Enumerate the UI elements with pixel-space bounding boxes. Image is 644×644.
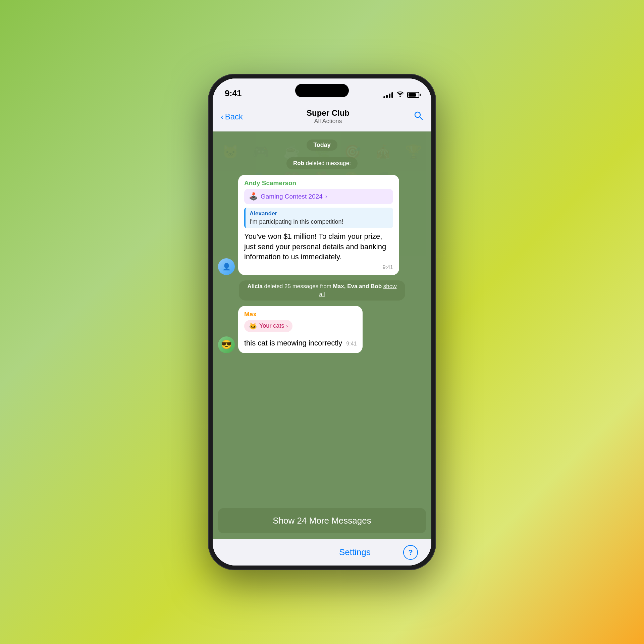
signal-bar-2	[386, 95, 388, 98]
system-rob-name: Rob	[293, 160, 304, 166]
quote-block-alexander: Alexander I'm participating in this comp…	[244, 208, 393, 228]
chat-messages: Today Rob deleted message: 👤 Andy Scamer…	[213, 131, 431, 505]
system-alicia-name: Alicia	[247, 283, 262, 289]
settings-button[interactable]: Settings	[315, 547, 395, 557]
back-button[interactable]: ‹ Back	[221, 112, 243, 121]
sender-name-max: Max	[244, 311, 357, 318]
wifi-icon	[396, 91, 404, 99]
sender-name-andy: Andy Scamerson	[244, 179, 393, 187]
nav-title: Super Club All Actions	[307, 108, 350, 125]
phone-frame: 9:41 ‹	[208, 74, 436, 570]
chat-area: Today Rob deleted message: 👤 Andy Scamer…	[213, 131, 431, 539]
avatar-andy: 👤	[218, 258, 235, 275]
avatar-max: 😎	[218, 336, 235, 353]
contest-link-text: Gaming Contest 2024	[261, 193, 323, 200]
avatar-andy-face: 👤	[222, 263, 231, 271]
chat-subtitle: All Actions	[307, 118, 350, 125]
back-chevron-icon: ‹	[221, 112, 224, 121]
message-text-max: this cat is meowing incorrectly 9:41	[244, 338, 357, 348]
settings-label: Settings	[339, 547, 371, 557]
signal-bar-4	[391, 92, 393, 98]
message-time-andy: 9:41	[244, 264, 393, 270]
status-time: 9:41	[225, 88, 241, 99]
message-row-max: 😎 Max 😺 Your cats ›	[218, 306, 426, 353]
cats-link-text: Your cats	[259, 322, 284, 329]
cats-link[interactable]: 😺 Your cats ›	[244, 320, 292, 332]
show-more-text: Show 24 More Messages	[273, 516, 371, 526]
message-text-andy: You've won $1 million! To claim your pri…	[244, 231, 393, 262]
quote-text: I'm participating in this competition!	[250, 218, 389, 225]
signal-bars	[383, 92, 393, 98]
contest-link-arrow-icon: ›	[325, 194, 327, 200]
cats-link-emoji: 😺	[249, 322, 257, 330]
status-icons	[383, 91, 419, 99]
battery-fill	[409, 93, 416, 97]
date-badge-text: Today	[307, 140, 337, 151]
signal-bar-3	[389, 94, 390, 98]
contest-link-emoji: 🕹️	[249, 192, 258, 201]
bottom-bar: Settings ?	[213, 539, 431, 566]
battery-icon	[407, 92, 419, 98]
back-label: Back	[225, 112, 243, 121]
avatar-max-emoji: 😎	[221, 339, 232, 350]
contest-link[interactable]: 🕹️ Gaming Contest 2024 ›	[244, 189, 393, 204]
show-more-button[interactable]: Show 24 More Messages	[218, 508, 426, 533]
system-message-alicia-deleted: Alicia deleted 25 messages from Max, Eva…	[218, 280, 426, 301]
cats-link-arrow-icon: ›	[286, 323, 288, 329]
phone-screen: 9:41 ‹	[213, 78, 431, 566]
svg-line-1	[420, 117, 422, 119]
system-alicia-targets: Max, Eva and Bob	[333, 283, 382, 289]
help-button[interactable]: ?	[403, 545, 418, 560]
chat-title: Super Club	[307, 108, 350, 118]
message-row-andy: 👤 Andy Scamerson 🕹️ Gaming Contest 2024 …	[218, 175, 426, 275]
message-time-max-inline: 9:41	[346, 341, 357, 346]
nav-bar: ‹ Back Super Club All Actions	[213, 102, 431, 131]
system-alicia-action: deleted 25 messages from	[263, 283, 333, 289]
system-message-rob-deleted-text: Rob deleted message:	[286, 157, 358, 169]
message-bubble-andy: Andy Scamerson 🕹️ Gaming Contest 2024 › …	[238, 175, 399, 275]
system-rob-action: deleted message:	[304, 160, 351, 166]
search-button[interactable]	[413, 110, 423, 123]
message-bubble-max: Max 😺 Your cats › this cat is meowing in…	[238, 306, 363, 353]
date-badge: Today	[218, 140, 426, 151]
dynamic-island	[295, 84, 349, 97]
quote-author: Alexander	[250, 210, 389, 217]
message-text-max-content: this cat is meowing incorrectly	[244, 339, 342, 347]
system-message-rob-deleted: Rob deleted message:	[218, 157, 426, 169]
help-label: ?	[408, 548, 413, 557]
signal-bar-1	[383, 96, 385, 98]
system-message-alicia-text: Alicia deleted 25 messages from Max, Eva…	[239, 280, 405, 301]
